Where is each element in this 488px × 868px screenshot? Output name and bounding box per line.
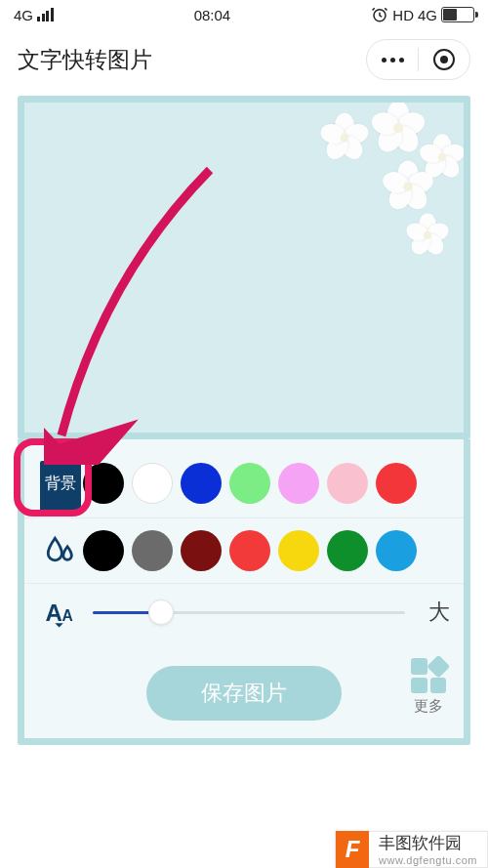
text-color-row — [24, 518, 464, 584]
paint-drop-icon — [44, 534, 77, 567]
preview-canvas[interactable] — [18, 96, 470, 439]
watermark-name: 丰图软件园 — [369, 832, 487, 854]
hd-label: HD — [392, 7, 414, 23]
capsule-close-button[interactable] — [419, 40, 469, 79]
bg-swatches — [83, 463, 450, 504]
bg-swatch-red[interactable] — [376, 463, 417, 504]
bg-swatch-black[interactable] — [83, 463, 124, 504]
text-swatch-grey[interactable] — [132, 530, 173, 571]
svg-text:A: A — [61, 607, 72, 624]
bg-swatch-pink[interactable] — [327, 463, 368, 504]
miniprogram-capsule — [366, 39, 470, 80]
alarm-icon — [371, 6, 388, 23]
grid-icon — [411, 658, 446, 693]
battery-icon — [441, 7, 474, 22]
signal-icon — [37, 8, 54, 21]
network-label-left: 4G — [14, 7, 33, 23]
bg-swatch-magenta[interactable] — [278, 463, 319, 504]
background-chip[interactable]: 背景 — [40, 461, 81, 506]
more-button[interactable]: 更多 — [411, 658, 446, 716]
text-swatch-red[interactable] — [229, 530, 270, 571]
footer-actions: 保存图片 更多 — [24, 641, 464, 721]
more-dots-icon — [382, 58, 404, 62]
text-swatch-darkred[interactable] — [181, 530, 222, 571]
save-image-button[interactable]: 保存图片 — [146, 666, 342, 721]
bg-chip-label: 背景 — [45, 474, 76, 494]
target-icon — [433, 49, 455, 70]
svg-text:A: A — [45, 599, 61, 626]
font-size-row: A A 大 — [24, 584, 464, 641]
controls-panel: 背景 — [18, 439, 470, 745]
bg-swatch-blue[interactable] — [181, 463, 222, 504]
font-size-label: 大 — [415, 598, 450, 627]
font-size-slider[interactable] — [93, 611, 405, 614]
status-bar: 4G 08:04 HD 4G — [0, 0, 488, 29]
background-color-row: 背景 — [24, 449, 464, 518]
text-swatch-green[interactable] — [327, 530, 368, 571]
capsule-menu-button[interactable] — [367, 40, 418, 79]
flower-decoration — [305, 99, 470, 274]
network-label-right: 4G — [418, 7, 437, 23]
text-swatch-black[interactable] — [83, 530, 124, 571]
watermark: F 丰图软件园 www.dgfengtu.com — [335, 831, 488, 868]
bg-swatch-white[interactable] — [132, 463, 173, 504]
page-title: 文字快转图片 — [18, 45, 152, 75]
text-swatch-yellow[interactable] — [278, 530, 319, 571]
text-swatch-blue[interactable] — [376, 530, 417, 571]
more-label: 更多 — [414, 697, 443, 716]
app-header: 文字快转图片 — [0, 29, 488, 90]
watermark-url: www.dgfengtu.com — [369, 854, 487, 868]
font-size-icon: A A — [44, 596, 77, 629]
bg-swatch-green[interactable] — [229, 463, 270, 504]
slider-thumb[interactable] — [148, 599, 174, 625]
watermark-logo: F — [336, 831, 369, 868]
status-time: 08:04 — [194, 7, 231, 23]
text-swatches — [83, 530, 450, 571]
